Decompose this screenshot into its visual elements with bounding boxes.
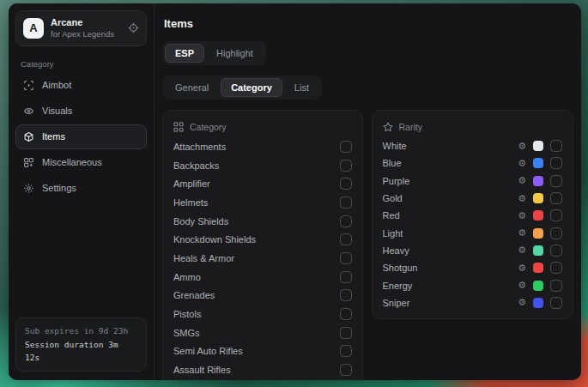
rarity-checkbox[interactable]	[550, 245, 562, 257]
category-checkbox[interactable]	[340, 327, 352, 339]
rarity-checkbox[interactable]	[550, 280, 562, 292]
rarity-color-swatch[interactable]	[533, 176, 543, 186]
session-card: Sub expires in 9d 23h Session duration 3…	[15, 317, 147, 372]
rarity-color-swatch[interactable]	[533, 141, 543, 151]
category-checkbox[interactable]	[340, 233, 352, 245]
rarity-checkbox[interactable]	[550, 192, 562, 204]
rarity-row-label: Sniper	[383, 298, 410, 308]
tab-highlight[interactable]: Highlight	[206, 44, 264, 63]
rarity-row[interactable]: Heavy ⚙	[383, 242, 563, 259]
rarity-settings-gear-icon[interactable]: ⚙	[518, 211, 526, 221]
sidebar-item-items[interactable]: Items	[15, 124, 147, 149]
rarity-row[interactable]: White ⚙	[383, 137, 563, 154]
category-row[interactable]: LMGs	[173, 379, 352, 380]
category-checkbox[interactable]	[340, 271, 352, 283]
category-row[interactable]: Knockdown Shields	[173, 230, 352, 249]
subtab-general[interactable]: General	[165, 78, 219, 97]
sidebar-nav-label: Visuals	[42, 106, 72, 116]
rarity-row[interactable]: Blue ⚙	[383, 154, 563, 172]
category-row-label: SMGs	[173, 328, 200, 338]
rarity-row[interactable]: Energy ⚙	[383, 276, 563, 293]
gear-icon	[23, 183, 34, 194]
sidebar-nav-label: Miscellaneous	[42, 157, 102, 167]
rarity-settings-gear-icon[interactable]: ⚙	[518, 228, 526, 238]
category-row[interactable]: Amplifier	[173, 174, 352, 193]
category-row[interactable]: Heals & Armor	[173, 249, 352, 268]
rarity-color-swatch[interactable]	[533, 245, 543, 256]
sidebar-nav-label: Settings	[42, 183, 76, 193]
rarity-settings-gear-icon[interactable]: ⚙	[518, 298, 526, 307]
rarity-checkbox[interactable]	[550, 297, 562, 309]
rarity-row[interactable]: Red ⚙	[383, 207, 563, 224]
category-checkbox[interactable]	[340, 345, 352, 357]
sidebar-nav-label: Aimbot	[42, 80, 71, 90]
category-row-label: Amplifier	[173, 178, 210, 189]
rarity-row[interactable]: Purple ⚙	[383, 172, 563, 190]
rarity-checkbox[interactable]	[550, 157, 562, 169]
category-checkbox[interactable]	[340, 252, 352, 264]
app-window: A Arcane for Apex Legends Category Aimbo…	[9, 3, 581, 380]
rarity-row[interactable]: Gold ⚙	[383, 190, 563, 207]
category-row-label: Attachments	[173, 142, 226, 152]
category-checkbox[interactable]	[340, 160, 352, 172]
grid-icon	[23, 157, 34, 168]
rarity-settings-gear-icon[interactable]: ⚙	[518, 281, 526, 290]
rarity-settings-gear-icon[interactable]: ⚙	[518, 263, 526, 273]
category-row[interactable]: Grenades	[173, 287, 352, 305]
rarity-color-swatch[interactable]	[533, 298, 543, 308]
sidebar-item-visuals[interactable]: Visuals	[15, 99, 147, 124]
rarity-settings-gear-icon[interactable]: ⚙	[518, 142, 526, 151]
category-row[interactable]: Body Shields	[173, 212, 352, 231]
rarity-row-label: Heavy	[383, 245, 409, 256]
tab-esp[interactable]: ESP	[165, 44, 204, 63]
category-checkbox[interactable]	[340, 215, 352, 227]
rarity-settings-gear-icon[interactable]: ⚙	[518, 194, 526, 203]
rarity-settings-gear-icon[interactable]: ⚙	[518, 245, 526, 255]
category-checkbox[interactable]	[340, 289, 352, 301]
main-content: Items ESP Highlight General Category Lis…	[155, 3, 581, 380]
category-checkbox[interactable]	[340, 197, 352, 209]
subtab-category[interactable]: Category	[221, 78, 282, 97]
category-checkbox[interactable]	[340, 364, 352, 376]
rarity-color-swatch[interactable]	[533, 210, 543, 221]
category-row[interactable]: Attachments	[173, 137, 352, 156]
rarity-row-label: Gold	[383, 193, 403, 203]
category-row[interactable]: SMGs	[173, 324, 352, 342]
brand-logo: A	[23, 18, 44, 39]
rarity-row-label: Light	[383, 228, 403, 239]
category-row[interactable]: Ammo	[173, 268, 352, 287]
category-checkbox[interactable]	[340, 141, 352, 153]
category-row-label: Ammo	[173, 272, 201, 282]
crosshair-icon	[23, 80, 34, 91]
rarity-color-swatch[interactable]	[533, 228, 543, 239]
rarity-checkbox[interactable]	[550, 209, 562, 221]
category-row[interactable]: Helmets	[173, 193, 352, 212]
rarity-checkbox[interactable]	[550, 227, 562, 239]
rarity-color-swatch[interactable]	[533, 281, 543, 291]
rarity-checkbox[interactable]	[550, 175, 562, 187]
sidebar-item-aimbot[interactable]: Aimbot	[15, 73, 147, 98]
sidebar-item-settings[interactable]: Settings	[15, 176, 147, 201]
rarity-color-swatch[interactable]	[533, 158, 543, 168]
category-checkbox[interactable]	[340, 308, 352, 320]
category-row[interactable]: Semi Auto Rifles	[173, 342, 352, 361]
rarity-row-label: Shotgun	[383, 263, 418, 273]
rarity-color-swatch[interactable]	[533, 193, 543, 203]
target-icon[interactable]	[128, 22, 139, 33]
category-checkbox[interactable]	[340, 178, 352, 190]
category-row[interactable]: Pistols	[173, 305, 352, 324]
rarity-settings-gear-icon[interactable]: ⚙	[518, 159, 526, 168]
sidebar-item-miscellaneous[interactable]: Miscellaneous	[15, 150, 147, 175]
category-row-label: Helmets	[173, 197, 208, 208]
rarity-row[interactable]: Sniper ⚙	[383, 294, 563, 311]
rarity-color-swatch[interactable]	[533, 263, 543, 273]
rarity-row[interactable]: Shotgun ⚙	[383, 259, 563, 276]
rarity-checkbox[interactable]	[550, 140, 562, 152]
mode-tabs: ESP Highlight	[162, 41, 266, 65]
rarity-row[interactable]: Light ⚙	[383, 224, 563, 241]
category-row[interactable]: Backpacks	[173, 156, 352, 175]
rarity-checkbox[interactable]	[550, 262, 562, 274]
subtab-list[interactable]: List	[284, 78, 319, 97]
rarity-settings-gear-icon[interactable]: ⚙	[518, 176, 526, 185]
category-row[interactable]: Assault Rifles	[173, 360, 352, 379]
